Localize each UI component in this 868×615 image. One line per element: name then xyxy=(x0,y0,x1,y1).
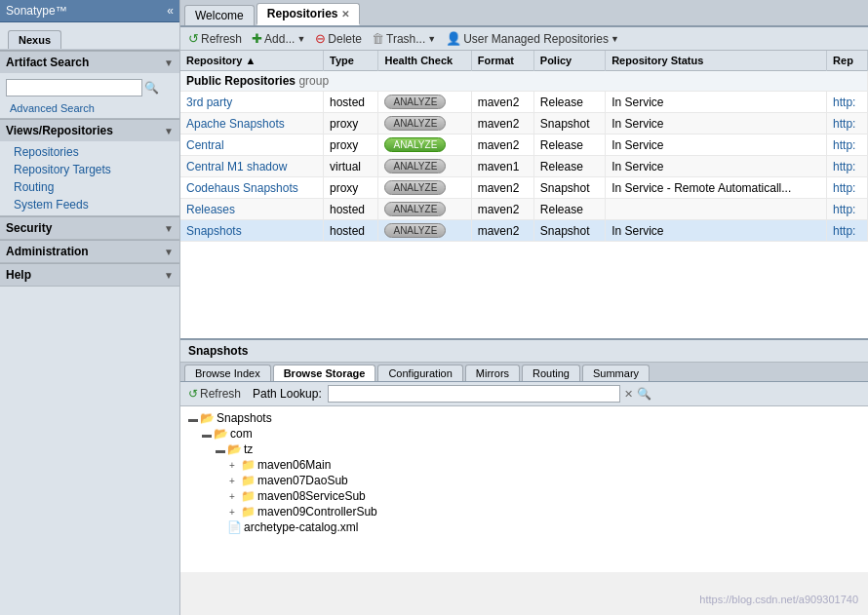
repo-health[interactable]: ANALYZE xyxy=(378,135,471,156)
analyze-button[interactable]: ANALYZE xyxy=(384,159,446,173)
repo-name[interactable]: Central M1 shadow xyxy=(180,156,324,177)
tree-toggle[interactable]: ▬ xyxy=(202,429,212,440)
tree-item-tz[interactable]: ▬ 📂 tz xyxy=(216,442,860,457)
artifact-search-input[interactable] xyxy=(6,79,142,96)
tab-mirrors[interactable]: Mirrors xyxy=(465,365,520,381)
search-icon[interactable]: 🔍 xyxy=(144,81,159,95)
col-status[interactable]: Repository Status xyxy=(606,51,827,71)
refresh-button[interactable]: ↺ Refresh xyxy=(186,30,244,47)
repo-health[interactable]: ANALYZE xyxy=(378,177,471,199)
analyze-button[interactable]: ANALYZE xyxy=(384,137,446,152)
folder-closed-icon: 📁 xyxy=(241,458,256,472)
repo-type: hosted xyxy=(324,199,378,220)
views-repos-header[interactable]: Views/Repositories ▼ xyxy=(0,119,179,141)
tree-label: maven09ControllerSub xyxy=(257,505,377,519)
table-row[interactable]: Apache Snapshots proxy ANALYZE maven2 Sn… xyxy=(180,113,868,135)
table-row[interactable]: Releases hosted ANALYZE maven2 Release h… xyxy=(180,199,868,220)
tab-welcome[interactable]: Welcome xyxy=(184,5,255,25)
analyze-button[interactable]: ANALYZE xyxy=(384,202,446,216)
repositories-table-container: Repository ▲ Type Health Check Format Po… xyxy=(180,51,868,338)
tab-browse-storage[interactable]: Browse Storage xyxy=(273,365,376,381)
path-clear-button[interactable]: ✕ xyxy=(624,388,633,401)
tree-item-com[interactable]: ▬ 📂 com xyxy=(202,426,860,442)
repo-health[interactable]: ANALYZE xyxy=(378,113,471,135)
add-dropdown-icon: ▼ xyxy=(296,34,305,44)
repo-url: http: xyxy=(827,135,868,156)
repo-policy: Release xyxy=(533,156,605,177)
help-header[interactable]: Help ▼ xyxy=(0,263,179,286)
tree-toggle[interactable]: ▬ xyxy=(188,413,198,424)
tree-toggle[interactable]: + xyxy=(229,491,239,502)
repo-name[interactable]: Snapshots xyxy=(180,220,324,242)
tree-item-snapshots[interactable]: ▬ 📂 Snapshots xyxy=(188,410,860,426)
sidebar-item-system-feeds[interactable]: System Feeds xyxy=(0,196,179,213)
table-row[interactable]: Codehaus Snapshots proxy ANALYZE maven2 … xyxy=(180,177,868,199)
tree-item-maven08servicesub[interactable]: + 📁 maven08ServiceSub xyxy=(229,488,860,504)
repo-name[interactable]: 3rd party xyxy=(180,92,324,113)
tree-toggle[interactable]: + xyxy=(229,460,239,471)
repo-name[interactable]: Apache Snapshots xyxy=(180,113,324,135)
repo-name[interactable]: Releases xyxy=(180,199,324,220)
advanced-search-link[interactable]: Advanced Search xyxy=(0,100,179,116)
repo-health[interactable]: ANALYZE xyxy=(378,220,471,242)
security-section: Security ▼ xyxy=(0,216,179,240)
tree-label: archetype-catalog.xml xyxy=(244,520,358,534)
file-tree: ▬ 📂 Snapshots ▬ 📂 com ▬ 📂 tz + 📁 maven06… xyxy=(180,406,868,572)
bottom-refresh-button[interactable]: ↺ Refresh xyxy=(186,386,243,402)
path-lookup-input[interactable] xyxy=(328,385,620,403)
repo-health[interactable]: ANALYZE xyxy=(378,199,471,220)
repo-health[interactable]: ANALYZE xyxy=(378,92,471,113)
repo-health[interactable]: ANALYZE xyxy=(378,156,471,177)
tab-repositories[interactable]: Repositories ✕ xyxy=(256,3,361,25)
table-row[interactable]: Central M1 shadow virtual ANALYZE maven1… xyxy=(180,156,868,177)
repo-name[interactable]: Central xyxy=(180,135,324,156)
tree-toggle[interactable]: ▬ xyxy=(216,444,225,455)
col-policy[interactable]: Policy xyxy=(533,51,605,71)
analyze-button[interactable]: ANALYZE xyxy=(384,116,446,131)
tree-item-maven06main[interactable]: + 📁 maven06Main xyxy=(229,457,860,473)
tree-item-archetype-catalog[interactable]: 📄 archetype-catalog.xml xyxy=(216,519,860,535)
file-icon: 📄 xyxy=(227,520,242,534)
repo-type: virtual xyxy=(324,156,378,177)
sidebar-item-routing[interactable]: Routing xyxy=(0,178,179,196)
tab-routing[interactable]: Routing xyxy=(522,365,580,381)
analyze-button[interactable]: ANALYZE xyxy=(384,95,446,109)
analyze-button[interactable]: ANALYZE xyxy=(384,180,446,195)
tab-repositories-close[interactable]: ✕ xyxy=(341,9,349,19)
col-format[interactable]: Format xyxy=(471,51,533,71)
tree-item-maven07daosub[interactable]: + 📁 maven07DaoSub xyxy=(229,473,860,488)
sidebar-item-repository-targets[interactable]: Repository Targets xyxy=(0,161,179,178)
delete-icon: ⊖ xyxy=(315,31,326,46)
help-section: Help ▼ xyxy=(0,263,179,287)
repo-name[interactable]: Codehaus Snapshots xyxy=(180,177,324,199)
artifact-search-header[interactable]: Artifact Search ▼ xyxy=(0,51,179,73)
user-managed-button[interactable]: 👤 User Managed Repositories ▼ xyxy=(444,30,621,47)
analyze-button[interactable]: ANALYZE xyxy=(384,223,446,238)
path-search-button[interactable]: 🔍 xyxy=(637,387,651,401)
security-label: Security xyxy=(6,221,52,235)
col-repository[interactable]: Repository ▲ xyxy=(180,51,324,71)
tree-toggle[interactable]: + xyxy=(229,507,239,518)
administration-header[interactable]: Administration ▼ xyxy=(0,240,179,262)
tab-browse-index[interactable]: Browse Index xyxy=(184,365,271,381)
tree-item-maven09controllersub[interactable]: + 📁 maven09ControllerSub xyxy=(229,504,860,519)
artifact-search-input-row: 🔍 xyxy=(0,75,179,100)
collapse-icon[interactable]: « xyxy=(167,4,174,18)
trash-button[interactable]: 🗑 Trash... ▼ xyxy=(370,30,438,47)
nexus-tab[interactable]: Nexus xyxy=(8,30,61,49)
add-button[interactable]: ✚ Add... ▼ xyxy=(250,30,307,47)
col-health-check[interactable]: Health Check xyxy=(378,51,471,71)
folder-open-icon: 📂 xyxy=(227,442,242,456)
col-rep[interactable]: Rep xyxy=(827,51,868,71)
table-row[interactable]: 3rd party hosted ANALYZE maven2 Release … xyxy=(180,92,868,113)
sidebar-item-repositories[interactable]: Repositories xyxy=(0,143,179,161)
security-header[interactable]: Security ▼ xyxy=(0,216,179,239)
delete-button[interactable]: ⊖ Delete xyxy=(313,30,364,47)
table-row[interactable]: Central proxy ANALYZE maven2 Release In … xyxy=(180,135,868,156)
tab-summary[interactable]: Summary xyxy=(582,365,650,381)
tab-configuration[interactable]: Configuration xyxy=(377,365,462,381)
repo-status: In Service - Remote Automaticall... xyxy=(606,177,827,199)
tree-toggle[interactable]: + xyxy=(229,476,239,486)
table-row[interactable]: Snapshots hosted ANALYZE maven2 Snapshot… xyxy=(180,220,868,242)
col-type[interactable]: Type xyxy=(324,51,378,71)
